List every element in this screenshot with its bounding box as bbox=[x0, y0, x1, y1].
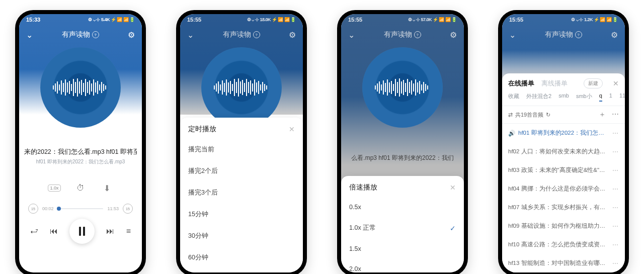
gear-icon[interactable]: ⚙ bbox=[611, 30, 618, 40]
speed-option[interactable]: 2.0x bbox=[341, 259, 464, 272]
gear-icon[interactable]: ⚙ bbox=[289, 30, 296, 40]
timer-option[interactable]: 播完2个后 bbox=[180, 160, 303, 182]
close-icon[interactable]: ✕ bbox=[450, 184, 456, 192]
list-item[interactable]: hf02 人口：将如何改变未来的大趋势？…⋯ bbox=[502, 142, 625, 161]
svg-rect-29 bbox=[218, 81, 219, 94]
gear-icon[interactable]: ⚙ bbox=[128, 30, 135, 40]
svg-rect-40 bbox=[240, 81, 241, 94]
list-item[interactable]: hf03 政策：未来的"高度确定&性&"在哪…⋯ bbox=[502, 161, 625, 179]
timer-option[interactable]: 15分钟 bbox=[180, 204, 303, 225]
row-more-icon[interactable]: ⋯ bbox=[612, 241, 619, 248]
timer-icon[interactable]: ⏱ bbox=[74, 182, 87, 194]
shuffle-icon[interactable]: ⇄ bbox=[508, 112, 513, 118]
svg-rect-80 bbox=[427, 85, 428, 89]
row-more-icon[interactable]: ⋯ bbox=[612, 204, 619, 211]
next-track-icon[interactable]: ⏭ bbox=[106, 227, 114, 236]
svg-rect-12 bbox=[77, 78, 78, 97]
gear-icon[interactable]: ⚙ bbox=[450, 30, 457, 40]
svg-rect-15 bbox=[83, 83, 84, 92]
speed-option[interactable]: 0.5x bbox=[341, 197, 464, 217]
list-item[interactable]: hf09 基础设施：如何作为枢纽助力城乡…⋯ bbox=[502, 217, 625, 235]
waveform-icon bbox=[375, 78, 430, 97]
play-pause-button[interactable] bbox=[69, 219, 95, 244]
status-icons: ⚙ ⌵ ⊹ 18.0K ⚡ 📶 📶 🔋 bbox=[247, 17, 296, 22]
svg-rect-3 bbox=[59, 84, 60, 90]
close-icon[interactable]: ✕ bbox=[613, 79, 619, 87]
check-icon: ✓ bbox=[450, 224, 456, 232]
svg-rect-20 bbox=[93, 79, 94, 96]
tab-offline-playlist[interactable]: 离线播单 bbox=[541, 79, 568, 88]
track-count: 共19首音频 bbox=[515, 111, 543, 119]
close-icon[interactable]: ✕ bbox=[289, 125, 295, 133]
download-icon[interactable]: ⬇ bbox=[100, 182, 113, 194]
refresh-icon[interactable]: ↻ bbox=[546, 112, 550, 118]
prev-track-icon[interactable]: ⏮ bbox=[50, 227, 58, 236]
speaker-icon: 🔊 bbox=[508, 130, 515, 137]
svg-rect-36 bbox=[232, 84, 233, 91]
playlist-icon[interactable]: ≡ bbox=[126, 227, 131, 236]
progress-bar[interactable] bbox=[58, 208, 104, 209]
forward-15-icon[interactable]: 15 bbox=[123, 204, 133, 214]
row-more-icon[interactable]: ⋯ bbox=[612, 130, 619, 137]
row-more-icon[interactable]: ⋯ bbox=[612, 167, 619, 174]
back-chevron-icon[interactable]: ⌄ bbox=[187, 30, 194, 40]
subtab[interactable]: smb bbox=[558, 93, 569, 102]
waveform-icon bbox=[53, 78, 108, 97]
status-icons: ⚙ ⌵ ⊹ 1.2K ⚡ 📶 📶 🔋 bbox=[571, 17, 618, 22]
back-chevron-icon[interactable]: ⌄ bbox=[348, 30, 355, 40]
svg-rect-21 bbox=[95, 82, 96, 93]
timer-option[interactable]: 播完3个后 bbox=[180, 182, 303, 204]
back-chevron-icon[interactable]: ⌄ bbox=[26, 30, 33, 40]
timer-option[interactable]: 取消定时 bbox=[180, 268, 303, 272]
svg-rect-14 bbox=[81, 80, 82, 95]
phone-playlist: 15:55 ⚙ ⌵ ⊹ 1.2K ⚡ 📶 📶 🔋 ⌄ 有声读物? ⚙ 在线播单 … bbox=[498, 10, 629, 274]
playlist-subtabs: 收藏 外挂混合2 smb smb小 q 1 111 bbox=[502, 93, 625, 106]
timer-option[interactable]: 30分钟 bbox=[180, 225, 303, 247]
list-item[interactable]: hf04 腾挪：为什么这是你必须学会的生…⋯ bbox=[502, 179, 625, 198]
subtab[interactable]: smb小 bbox=[576, 93, 592, 102]
back-chevron-icon[interactable]: ⌄ bbox=[509, 30, 516, 40]
timer-option[interactable]: 60分钟 bbox=[180, 247, 303, 268]
subtab[interactable]: 1 bbox=[609, 93, 612, 102]
tab-online-playlist[interactable]: 在线播单 bbox=[508, 79, 534, 88]
row-more-icon[interactable]: ⋯ bbox=[612, 148, 619, 155]
status-time: 15:33 bbox=[26, 17, 40, 23]
speed-button[interactable]: 1.0x bbox=[48, 182, 61, 194]
svg-rect-50 bbox=[260, 84, 261, 90]
svg-rect-27 bbox=[214, 85, 215, 89]
new-playlist-button[interactable]: 新建 bbox=[584, 78, 603, 88]
row-more-icon[interactable]: ⋯ bbox=[612, 260, 619, 267]
row-more-icon[interactable]: ⋯ bbox=[612, 223, 619, 230]
speed-option[interactable]: 1.0x 正常✓ bbox=[341, 217, 464, 239]
speed-option[interactable]: 1.5x bbox=[341, 239, 464, 259]
rewind-15-icon[interactable]: 15 bbox=[28, 204, 38, 214]
help-icon[interactable]: ? bbox=[253, 31, 260, 38]
svg-rect-43 bbox=[246, 79, 247, 96]
help-icon[interactable]: ? bbox=[92, 31, 99, 38]
svg-rect-2 bbox=[57, 81, 58, 94]
subtab[interactable]: 外挂混合2 bbox=[526, 93, 551, 102]
svg-rect-68 bbox=[403, 80, 404, 95]
list-item[interactable]: hf07 城乡关系：实现乡村振兴，有什么…⋯ bbox=[502, 198, 625, 217]
list-item[interactable]: hf13 智能制造：对中国制造业有哪些好…⋯ bbox=[502, 254, 625, 272]
help-icon[interactable]: ? bbox=[575, 31, 582, 38]
loop-icon[interactable]: ⮐ bbox=[30, 227, 38, 236]
svg-rect-35 bbox=[230, 81, 231, 94]
svg-rect-30 bbox=[220, 84, 221, 90]
more-icon[interactable]: ⋯ bbox=[612, 110, 619, 119]
row-more-icon[interactable]: ⋯ bbox=[612, 186, 619, 193]
track-title: 来的2022：我们怎么看.mp3 hf01 即将至 bbox=[24, 148, 137, 156]
subtab[interactable]: q bbox=[599, 93, 602, 102]
list-item[interactable]: 🔊 hf01 即将到来的2022：我们怎么看… ⋯ bbox=[502, 124, 625, 142]
svg-rect-5 bbox=[63, 83, 64, 92]
list-item[interactable]: hf10 高速公路：怎么把负债变成资产？…⋯ bbox=[502, 235, 625, 254]
subtab[interactable]: 111 bbox=[619, 93, 625, 102]
add-icon[interactable]: ＋ bbox=[599, 110, 606, 119]
svg-rect-25 bbox=[103, 84, 104, 91]
timer-option[interactable]: 播完当前 bbox=[180, 139, 303, 160]
svg-rect-76 bbox=[419, 81, 420, 94]
subtab[interactable]: 收藏 bbox=[508, 93, 519, 102]
svg-rect-31 bbox=[222, 80, 223, 95]
timer-sheet-title: 定时播放 bbox=[188, 125, 216, 134]
help-icon[interactable]: ? bbox=[414, 31, 421, 38]
